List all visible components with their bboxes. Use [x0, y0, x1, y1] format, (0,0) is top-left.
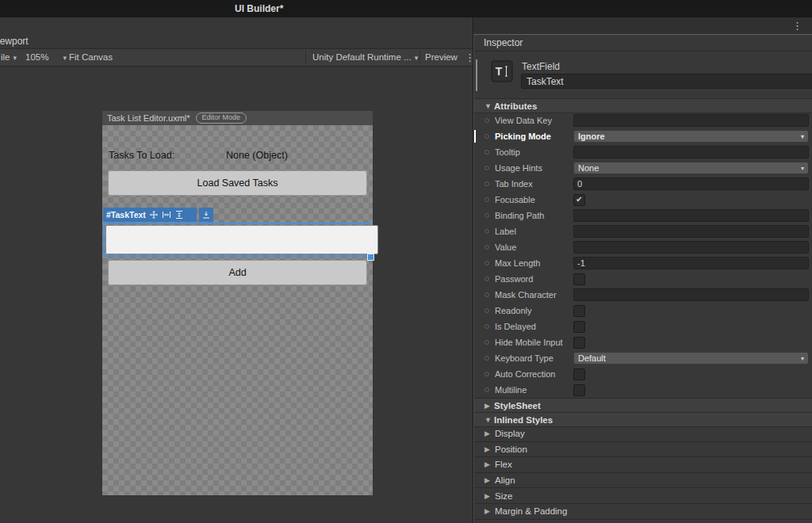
override-marker	[485, 356, 495, 361]
dock-icon[interactable]	[199, 208, 213, 222]
foldout-closed-icon: ▶	[485, 402, 494, 410]
override-marker	[485, 308, 495, 313]
hide-mobile-input-checkbox[interactable]	[573, 337, 585, 349]
attribute-control: ✔	[573, 194, 809, 206]
section-label: StyleSheet	[494, 401, 541, 410]
attribute-row-value: Value	[474, 239, 812, 255]
runtime-theme-dropdown[interactable]: Unity Default Runtime ...▾	[308, 49, 420, 66]
value-field[interactable]	[573, 241, 809, 254]
zoom-value: 105%	[25, 52, 48, 62]
chevron-down-icon: ▾	[801, 165, 804, 172]
style-foldout-label: Flex	[495, 460, 512, 469]
add-button[interactable]: Add	[108, 260, 367, 285]
attribute-label: Mask Character	[495, 290, 573, 300]
move-icon[interactable]	[149, 210, 159, 220]
binding-path-field[interactable]	[573, 209, 809, 222]
dropdown-value: None	[578, 163, 599, 173]
textfield-icon: T	[491, 60, 513, 82]
attributes-section-header[interactable]: ▼ Attributes	[474, 98, 812, 113]
style-foldout-size[interactable]: ▶Size	[474, 488, 812, 504]
override-marker	[485, 292, 495, 297]
style-foldout-label: Size	[495, 491, 512, 501]
override-marker	[485, 245, 495, 250]
tab-divider	[474, 51, 812, 52]
attribute-row-max-length: Max Length	[474, 255, 812, 271]
fit-canvas-button[interactable]: Fit Canvas	[69, 49, 113, 66]
style-foldout-align[interactable]: ▶Align	[474, 473, 812, 489]
section-header-inlined-styles[interactable]: ▼Inlined Styles	[474, 412, 812, 427]
canvas-body[interactable]: Tasks To Load: None (Object) Load Saved …	[102, 125, 373, 495]
fit-width-icon[interactable]	[162, 210, 171, 220]
attribute-label: Focusable	[495, 195, 573, 204]
element-name-field[interactable]	[521, 74, 812, 89]
view-data-key-field[interactable]	[573, 114, 809, 127]
selection-header-tag[interactable]: #TaskText	[103, 208, 197, 222]
readonly-checkbox[interactable]	[573, 305, 585, 317]
tab-viewport[interactable]: iewport	[0, 36, 29, 47]
attribute-control: Default▾	[573, 352, 809, 365]
style-foldout-position[interactable]: ▶Position	[474, 442, 812, 458]
override-marker	[485, 150, 495, 155]
style-foldout-flex[interactable]: ▶Flex	[474, 457, 812, 473]
attribute-control	[573, 305, 809, 317]
file-menu[interactable]: ile▾	[1, 49, 17, 66]
preview-toggle[interactable]: Preview	[425, 49, 458, 66]
attribute-label: Label	[495, 227, 573, 236]
override-marker	[485, 261, 495, 265]
object-field-value[interactable]: None (Object)	[226, 150, 288, 161]
canvas-header[interactable]: Task List Editor.uxml* Editor Mode	[102, 111, 373, 125]
label-field[interactable]	[573, 225, 809, 238]
is-delayed-checkbox[interactable]	[573, 321, 585, 333]
multiline-checkbox[interactable]	[573, 384, 585, 396]
load-saved-tasks-button[interactable]: Load Saved Tasks	[108, 170, 367, 196]
viewport-toolbar: ile▾ 105%▾ Fit Canvas Unity Default Runt…	[0, 48, 473, 67]
max-length-field[interactable]	[573, 257, 809, 269]
attribute-row-mask-character: Mask Character	[474, 287, 812, 303]
attribute-label: Password	[495, 274, 573, 284]
attribute-row-label: Label	[474, 223, 812, 239]
style-foldout-margin-padding[interactable]: ▶Margin & Padding	[474, 504, 812, 520]
chevron-down-icon: ▾	[63, 54, 67, 62]
foldout-closed-icon: ▶	[485, 492, 495, 500]
viewport-pane: iewport ile▾ 105%▾ Fit Canvas Unity Defa…	[0, 17, 473, 523]
usage-hints-dropdown[interactable]: None▾	[573, 162, 809, 174]
foldout-closed-icon: ▶	[485, 445, 495, 453]
attribute-control	[573, 257, 809, 269]
inspector-more-menu[interactable]: ⋮	[792, 20, 802, 32]
resize-handle[interactable]	[367, 254, 374, 261]
section-header-stylesheet[interactable]: ▶StyleSheet	[474, 398, 812, 413]
keyboard-type-dropdown[interactable]: Default▾	[573, 352, 809, 365]
attribute-row-is-delayed: Is Delayed	[474, 319, 812, 334]
override-marker	[485, 118, 495, 123]
style-foldout-display[interactable]: ▶Display	[474, 426, 812, 442]
editor-mode-badge: Editor Mode	[196, 113, 247, 124]
canvas-document: Task List Editor.uxml* Editor Mode Tasks…	[102, 111, 373, 495]
attribute-row-auto-correction: Auto Correction	[474, 366, 812, 382]
override-marker	[485, 134, 495, 139]
attribute-control	[573, 114, 809, 127]
picking-mode-dropdown[interactable]: Ignore▾	[573, 130, 809, 143]
attribute-row-tooltip: Tooltip	[474, 144, 812, 160]
viewport-more-menu[interactable]: ⋮	[465, 49, 473, 66]
selected-textfield-outline	[103, 223, 371, 257]
auto-correction-checkbox[interactable]	[573, 368, 585, 380]
preview-label: Preview	[425, 52, 458, 62]
password-checkbox[interactable]	[573, 273, 585, 285]
attribute-row-picking-mode: Picking ModeIgnore▾	[474, 128, 812, 144]
foldout-open-icon: ▼	[485, 416, 494, 424]
attribute-label: Is Delayed	[495, 322, 573, 331]
tab-index-field[interactable]	[573, 178, 809, 190]
fit-height-icon[interactable]	[174, 210, 184, 220]
toolbar-separator	[419, 51, 420, 64]
override-marker	[485, 181, 495, 186]
attribute-row-usage-hints: Usage HintsNone▾	[474, 160, 812, 176]
attribute-label: Keyboard Type	[495, 353, 573, 363]
task-text-input[interactable]	[105, 225, 378, 254]
tab-inspector[interactable]: Inspector	[484, 37, 523, 48]
tooltip-field[interactable]	[573, 146, 809, 158]
override-marker	[485, 372, 495, 376]
focusable-checkbox[interactable]: ✔	[573, 194, 585, 206]
style-foldout-text[interactable]: ▶Text	[474, 520, 812, 523]
mask-character-field[interactable]	[573, 288, 809, 301]
zoom-dropdown[interactable]: 105%▾	[25, 49, 67, 66]
